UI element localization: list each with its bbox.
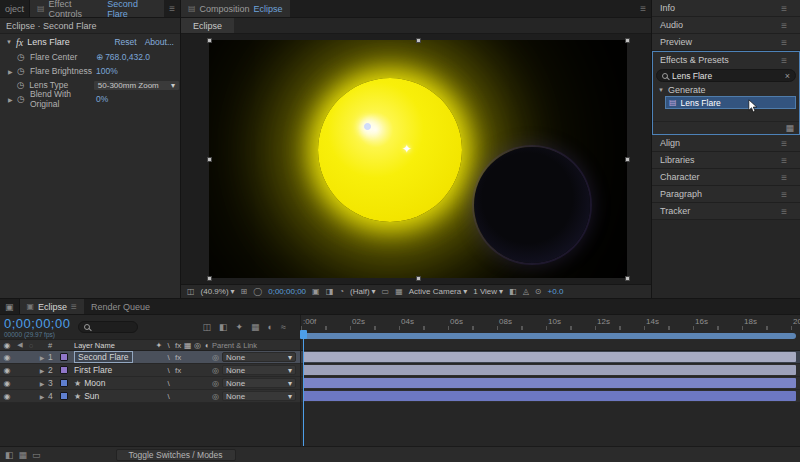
motion-blur-icon[interactable]: ◐ xyxy=(268,322,273,332)
blend-value[interactable]: 0% xyxy=(96,94,108,104)
composition-canvas[interactable]: ✦ xyxy=(209,40,627,278)
track-row[interactable] xyxy=(301,377,800,390)
track-row[interactable] xyxy=(301,351,800,364)
effects-group-generate[interactable]: ▼ Generate xyxy=(653,84,799,96)
track-row[interactable] xyxy=(301,390,800,403)
eye-icon[interactable]: ◉ xyxy=(0,353,14,362)
pickwhip-icon[interactable]: ◎ xyxy=(212,379,219,388)
twirl-right-icon[interactable]: ▶ xyxy=(36,354,48,361)
panel-menu-icon[interactable]: ≡ xyxy=(635,3,651,14)
lens-type-dropdown[interactable]: 50-300mm Zoom ▾ xyxy=(93,80,180,91)
label-color-swatch[interactable] xyxy=(60,366,68,374)
time-navigator-bar[interactable] xyxy=(303,333,796,339)
panel-menu-icon[interactable]: ≡ xyxy=(776,3,792,14)
stopwatch-icon[interactable]: ◷ xyxy=(17,66,30,76)
layer-name[interactable]: Moon xyxy=(84,378,105,388)
layer-name[interactable]: Sun xyxy=(84,391,99,401)
panel-header-effects-presets[interactable]: Effects & Presets≡ xyxy=(653,52,799,68)
exposure-icon[interactable]: ⊙ xyxy=(535,287,542,296)
composition-viewport[interactable]: ✦ xyxy=(181,34,651,284)
parent-dropdown[interactable]: None▾ xyxy=(222,378,296,388)
current-time-indicator[interactable] xyxy=(303,332,304,446)
expand-layer-switches-icon[interactable]: ◧ xyxy=(5,450,14,460)
panel-header-character[interactable]: Character≡ xyxy=(652,169,800,186)
panel-menu-icon[interactable]: ≡ xyxy=(776,138,792,149)
exposure-value[interactable]: +0.0 xyxy=(548,287,564,296)
mini-flowchart-icon[interactable]: ◫ xyxy=(203,322,212,332)
selection-handle[interactable] xyxy=(207,276,212,281)
effects-item-lens-flare[interactable]: ▤ Lens Flare xyxy=(665,96,796,109)
resolution-dropdown[interactable]: (Half)▾ xyxy=(350,287,376,296)
selection-handle[interactable] xyxy=(625,38,630,43)
eye-icon[interactable]: ◉ xyxy=(0,366,14,375)
current-time-indicator-handle[interactable] xyxy=(300,330,307,339)
effects-search-field[interactable]: × xyxy=(656,69,796,82)
layer-name-column-header[interactable]: Layer Name xyxy=(74,341,154,350)
fx-switch[interactable]: fx xyxy=(173,366,183,375)
view-layout-dropdown[interactable]: 1 View▾ xyxy=(473,287,503,296)
parent-dropdown[interactable]: None▾ xyxy=(222,352,296,362)
panel-header-tracker[interactable]: Tracker≡ xyxy=(652,203,800,220)
mask-visibility-icon[interactable]: ◯ xyxy=(253,287,262,296)
transparency-grid-icon[interactable]: ▦ xyxy=(395,287,403,296)
panel-menu-icon[interactable]: ≡ xyxy=(164,3,180,14)
panel-menu-icon[interactable]: ≡ xyxy=(71,301,77,312)
twirl-right-icon[interactable]: ▶ xyxy=(36,393,48,400)
flare-center-value[interactable]: ⊕ 768.0,432.0 xyxy=(96,52,150,62)
graph-editor-icon[interactable]: ≈ xyxy=(281,322,286,332)
effect-header-row[interactable]: ▼ fx Lens Flare Reset About... xyxy=(0,34,180,50)
flare-brightness-value[interactable]: 100% xyxy=(96,66,118,76)
reset-link[interactable]: Reset xyxy=(114,37,136,47)
snapshot-icon[interactable]: ▣ xyxy=(312,287,320,296)
expand-transfer-controls-icon[interactable]: ▦ xyxy=(19,450,28,460)
panel-options-icon[interactable]: ▦ xyxy=(785,123,794,133)
label-color-swatch[interactable] xyxy=(60,392,68,400)
tab-composition[interactable]: ▤ Composition Eclipse xyxy=(181,0,290,17)
selection-handle[interactable] xyxy=(207,157,212,162)
about-link[interactable]: About... xyxy=(145,37,174,47)
timeline-track-area[interactable]: :00f 02s 04s 06s 08s 10s 12s 14s 16s 18s… xyxy=(300,315,800,446)
magnification-dropdown[interactable]: (40.9%)▾ xyxy=(201,287,235,296)
track-row[interactable] xyxy=(301,364,800,377)
time-ruler[interactable]: :00f 02s 04s 06s 08s 10s 12s 14s 16s 18s… xyxy=(301,315,800,351)
selection-handle[interactable] xyxy=(416,276,421,281)
panel-menu-icon[interactable]: ≡ xyxy=(776,37,792,48)
layer-row-first-flare[interactable]: ◉ ▶ 2 First Flare \fx ◎ None▾ xyxy=(0,364,300,377)
layer-row-second-flare[interactable]: ◉ ▶ 1 Second Flare \fx ◎ None▾ xyxy=(0,351,300,364)
fx-switch[interactable]: fx xyxy=(173,353,183,362)
show-channel-icon[interactable]: ◔ xyxy=(339,287,344,296)
panel-header-libraries[interactable]: Libraries≡ xyxy=(652,152,800,169)
search-input[interactable] xyxy=(672,71,781,81)
eye-icon[interactable]: ◉ xyxy=(0,392,14,401)
pickwhip-icon[interactable]: ◎ xyxy=(212,353,219,362)
tab-timeline-eclipse[interactable]: ▣ Eclipse ≡ xyxy=(20,299,84,314)
pixel-aspect-icon[interactable]: ◧ xyxy=(509,287,517,296)
selection-handle[interactable] xyxy=(625,276,630,281)
grid-guides-icon[interactable]: ⊞ xyxy=(241,287,248,296)
twirl-right-icon[interactable]: ▶ xyxy=(36,367,48,374)
parent-column-header[interactable]: Parent & Link xyxy=(212,341,300,350)
label-color-swatch[interactable] xyxy=(60,353,68,361)
toggle-switches-modes-button[interactable]: Toggle Switches / Modes xyxy=(116,449,236,461)
panel-header-info[interactable]: Info≡ xyxy=(652,0,800,17)
panel-header-audio[interactable]: Audio≡ xyxy=(652,17,800,34)
viewer-lock-icon[interactable]: ◫ xyxy=(187,287,195,296)
twirl-right-icon[interactable]: ▶ xyxy=(8,96,17,103)
panel-header-paragraph[interactable]: Paragraph≡ xyxy=(652,186,800,203)
pickwhip-icon[interactable]: ◎ xyxy=(212,366,219,375)
3d-view-dropdown[interactable]: Active Camera▾ xyxy=(409,287,467,296)
twirl-down-icon[interactable]: ▼ xyxy=(6,39,12,45)
selection-handle[interactable] xyxy=(625,157,630,162)
fast-previews-icon[interactable]: ◬ xyxy=(523,287,529,296)
stopwatch-icon[interactable]: ◷ xyxy=(17,52,30,62)
clear-search-icon[interactable]: × xyxy=(785,71,790,81)
panel-menu-icon[interactable]: ≡ xyxy=(776,155,792,166)
layer-duration-bar[interactable] xyxy=(303,378,796,388)
quality-switch[interactable]: \ xyxy=(164,379,174,388)
quality-switch[interactable]: \ xyxy=(164,392,174,401)
layer-row-sun[interactable]: ◉ ▶ 4 ★Sun \ ◎ None▾ xyxy=(0,390,300,403)
viewer-tab-eclipse[interactable]: Eclipse xyxy=(181,18,234,33)
stopwatch-icon[interactable]: ◷ xyxy=(17,94,30,104)
eye-icon[interactable]: ◉ xyxy=(0,379,14,388)
panel-menu-icon[interactable]: ≡ xyxy=(776,189,792,200)
